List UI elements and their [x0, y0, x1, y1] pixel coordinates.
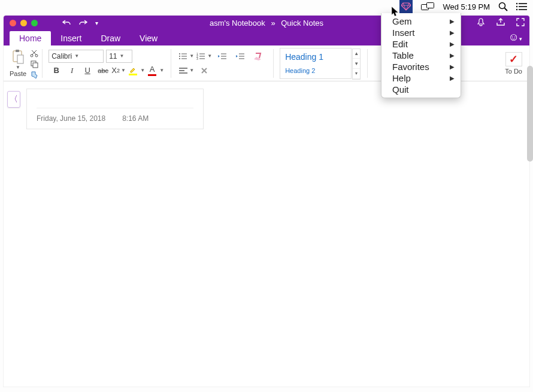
ribbon-divider	[42, 49, 43, 78]
cut-button[interactable]	[30, 49, 38, 57]
gem-menu-label: Edit	[392, 39, 408, 49]
numbered-list-button[interactable]: 123▼	[195, 50, 213, 63]
submenu-arrow-icon: ▶	[450, 29, 455, 36]
gem-menu-label: Table	[392, 50, 414, 60]
feedback-smile-icon[interactable]: ☺▾	[508, 31, 522, 44]
delete-button[interactable]	[195, 64, 213, 77]
spotlight-search-icon[interactable]	[498, 2, 508, 11]
font-color-label: A	[150, 65, 155, 74]
strikethrough-button[interactable]: abc	[95, 64, 111, 77]
vertical-scrollbar[interactable]	[527, 66, 533, 389]
svg-point-17	[179, 53, 180, 54]
svg-rect-16	[33, 63, 38, 68]
menubar-list-icon[interactable]	[516, 2, 527, 11]
note-metadata: Friday, June 15, 2018 8:16 AM	[37, 114, 193, 123]
gem-menubar-icon[interactable]	[399, 0, 413, 13]
mac-menubar: Wed 5:19 PM	[393, 0, 533, 13]
checkbox-icon: ✓	[509, 53, 518, 66]
note-date: Friday, June 15, 2018	[37, 114, 105, 123]
gem-dropdown-menu: Gem▶ Insert▶ Edit▶ Table▶ Favorites▶ Hel…	[381, 13, 461, 98]
svg-rect-11	[16, 50, 19, 52]
undo-button[interactable]	[62, 19, 71, 26]
note-time: 8:16 AM	[122, 114, 149, 123]
ribbon-divider	[367, 49, 368, 78]
menubar-datetime[interactable]: Wed 5:19 PM	[443, 2, 490, 11]
font-group: Calibri▼ 11▼ B I U abc X2▼ ▼ A▼	[46, 50, 167, 77]
gem-menu-item-quit[interactable]: Quit	[381, 84, 461, 95]
styles-gallery[interactable]: Heading 1 Heading 2 ▲▼▾	[280, 48, 352, 79]
gem-menu-label: Help	[392, 73, 411, 83]
window-maximize-button[interactable]	[31, 20, 38, 26]
ribbon-divider	[273, 49, 274, 78]
svg-point-8	[516, 6, 517, 7]
gem-menu-item-table[interactable]: Table▶	[381, 50, 461, 61]
tab-home[interactable]: Home	[10, 31, 51, 45]
submenu-arrow-icon: ▶	[450, 63, 455, 70]
tab-view[interactable]: View	[130, 31, 167, 45]
paste-button[interactable]: ▼ Paste	[7, 48, 29, 79]
subscript-button[interactable]: X2▼	[111, 64, 126, 77]
gem-menu-label: Quit	[392, 84, 409, 95]
gem-menu-item-insert[interactable]: Insert▶	[381, 27, 461, 38]
font-size-value: 11	[109, 52, 117, 60]
qat-customize-button[interactable]: ▾	[95, 20, 98, 26]
copy-button[interactable]	[30, 60, 38, 68]
clipboard-group: ▼ Paste	[7, 48, 38, 79]
align-button[interactable]: ▼	[177, 64, 195, 77]
notifications-bell-icon[interactable]	[477, 18, 485, 28]
clear-formatting-button[interactable]	[249, 50, 267, 63]
svg-point-18	[179, 56, 180, 57]
gem-menu-item-edit[interactable]: Edit▶	[381, 38, 461, 50]
svg-rect-1	[427, 3, 434, 8]
underline-button[interactable]: U	[80, 64, 95, 77]
paste-label: Paste	[10, 70, 26, 77]
note-title-input[interactable]	[37, 98, 193, 108]
highlighter-icon	[129, 66, 137, 73]
decrease-indent-button[interactable]	[213, 50, 231, 63]
font-size-select[interactable]: 11▼	[106, 50, 132, 63]
italic-button[interactable]: I	[64, 64, 80, 77]
svg-text:3: 3	[196, 57, 198, 60]
style-heading2[interactable]: Heading 2	[285, 67, 346, 74]
redo-button[interactable]	[78, 19, 88, 26]
clipboard-icon	[11, 49, 25, 65]
window-close-button[interactable]	[10, 20, 16, 26]
style-heading1[interactable]: Heading 1	[285, 52, 346, 62]
submenu-arrow-icon: ▶	[450, 18, 455, 25]
title-separator: »	[271, 19, 275, 28]
bullet-list-button[interactable]: ▼	[177, 50, 195, 63]
font-color-button[interactable]: A▼	[146, 64, 165, 77]
mouse-cursor-icon	[391, 6, 399, 18]
todo-label: To Do	[505, 68, 522, 75]
font-name-value: Calibri	[52, 52, 72, 60]
share-icon[interactable]	[496, 18, 505, 28]
todo-tag-button[interactable]: ✓ To Do	[501, 52, 526, 75]
submenu-arrow-icon: ▶	[450, 75, 455, 81]
tab-insert[interactable]: Insert	[51, 31, 91, 45]
svg-point-19	[179, 58, 180, 59]
format-painter-button[interactable]	[30, 71, 38, 79]
collapse-navigation-button[interactable]: 〈	[7, 91, 20, 108]
svg-line-3	[505, 8, 508, 11]
font-name-select[interactable]: Calibri▼	[49, 50, 104, 63]
note-container[interactable]: Friday, June 15, 2018 8:16 AM	[26, 89, 204, 129]
scrollbar-thumb[interactable]	[527, 66, 533, 162]
fullscreen-icon[interactable]	[516, 18, 525, 28]
subscript-label: X	[111, 66, 117, 75]
display-arrangement-icon[interactable]	[421, 2, 434, 11]
styles-group: Heading 1 Heading 2 ▲▼▾	[280, 48, 352, 79]
window-minimize-button[interactable]	[20, 20, 27, 26]
window-title: asm's Notebook » Quick Notes	[210, 19, 323, 28]
tab-draw[interactable]: Draw	[91, 31, 130, 45]
gem-menu-item-help[interactable]: Help▶	[381, 72, 461, 84]
paragraph-group: ▼ 123▼ ▼	[175, 50, 269, 77]
title-notebook-name: asm's Notebook	[210, 19, 265, 28]
increase-indent-button[interactable]	[231, 50, 249, 63]
styles-scroll[interactable]: ▲▼▾	[352, 48, 361, 80]
highlight-button[interactable]: ▼	[126, 64, 146, 77]
bold-button[interactable]: B	[49, 64, 64, 77]
gem-menu-item-favorites[interactable]: Favorites▶	[381, 61, 461, 72]
title-section-name: Quick Notes	[281, 19, 323, 28]
note-canvas[interactable]: 〈 Friday, June 15, 2018 8:16 AM	[4, 81, 529, 387]
svg-point-2	[499, 3, 505, 9]
